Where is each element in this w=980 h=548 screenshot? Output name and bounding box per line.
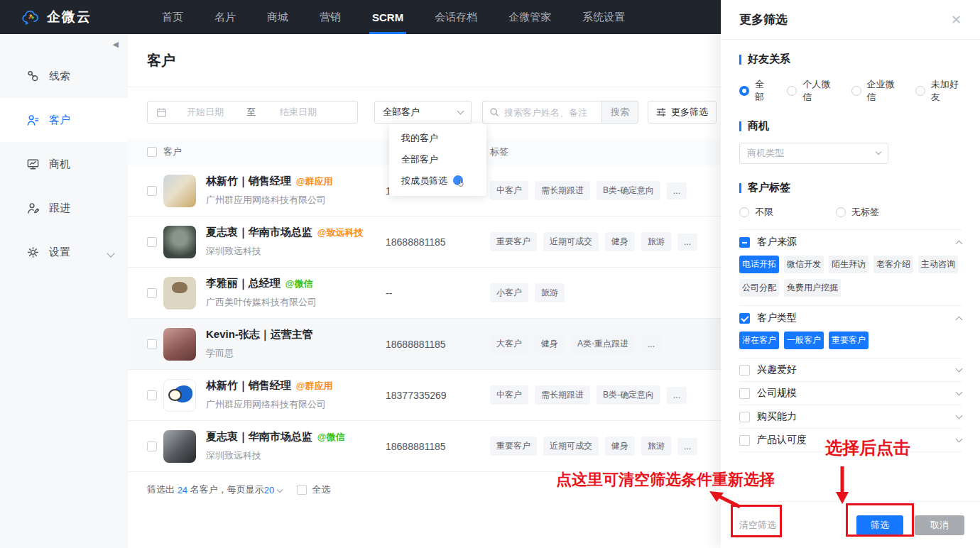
nav-item-chat-archive[interactable]: 会话存档 — [435, 0, 477, 34]
chevron-down-icon[interactable] — [956, 388, 963, 395]
close-icon[interactable]: ✕ — [951, 13, 962, 26]
nav-item-marketing[interactable]: 营销 — [320, 0, 341, 34]
chip-phone-prospecting[interactable]: 电话开拓 — [739, 256, 779, 273]
radio-option-unlimited[interactable]: 不限 — [739, 206, 773, 219]
checkbox-icon[interactable] — [739, 365, 750, 376]
mention-tag: @群应用 — [296, 380, 333, 393]
column-header-customer: 客户 — [157, 146, 386, 158]
customer-scope-select[interactable]: 全部客户 — [374, 101, 472, 124]
chevron-down-icon[interactable] — [956, 365, 963, 372]
search-input[interactable] — [504, 107, 595, 118]
nav-item-home[interactable]: 首页 — [162, 0, 183, 34]
scope-option-my-customers[interactable]: 我的客户 — [389, 128, 486, 149]
more-filters-button[interactable]: 更多筛选 — [648, 101, 717, 124]
filter-group-interests[interactable]: 兴趣爱好 — [739, 358, 962, 381]
customer-name[interactable]: 夏志衷｜华南市场总监 — [206, 226, 312, 239]
chip-important-customer[interactable]: 重要客户 — [829, 331, 869, 349]
nav-item-wecom-manager[interactable]: 企微管家 — [508, 0, 551, 34]
radio-option-no-tag[interactable]: 无标签 — [836, 206, 879, 219]
row-checkbox[interactable] — [147, 442, 157, 451]
chevron-down-icon[interactable] — [956, 435, 963, 442]
chevron-up-icon[interactable] — [956, 240, 963, 247]
filter-group-customer-type[interactable]: 客户类型 — [739, 306, 962, 330]
customer-name[interactable]: 林新竹｜销售经理 — [206, 379, 291, 393]
chip-wechat-dev[interactable]: 微信开发 — [784, 256, 824, 273]
checkbox-icon[interactable] — [739, 435, 750, 446]
customer-tag-overflow[interactable]: ... — [641, 336, 661, 353]
radio-option-work-wechat[interactable]: 企业微信 — [851, 78, 898, 104]
sidebar: ◀ 线索 客户 商机 — [0, 34, 128, 548]
chip-general-customer[interactable]: 一般客户 — [784, 331, 824, 349]
search-button[interactable]: 搜索 — [601, 101, 638, 124]
customer-phone: 18688881185 — [386, 339, 446, 350]
more-filters-drawer: 更多筛选 ✕ 好友关系 全部 个人微信 企业微信 未加好友 商机 商机类型 客户… — [721, 0, 980, 548]
sidebar-item-followups[interactable]: 跟进 — [0, 186, 128, 230]
row-checkbox[interactable] — [147, 237, 157, 247]
customer-company: 深圳致远科技 — [206, 245, 363, 258]
checkbox-checked-icon[interactable] — [739, 313, 750, 324]
chip-free-user-mining[interactable]: 免费用户挖掘 — [784, 279, 841, 297]
checkbox-icon[interactable] — [739, 388, 750, 399]
app-name: 企微云 — [47, 8, 92, 26]
chip-company-assigned[interactable]: 公司分配 — [739, 279, 779, 297]
customer-tag-options: 不限 无标签 — [739, 206, 962, 219]
mention-tag: @群应用 — [296, 175, 333, 188]
sidebar-collapse-icon[interactable]: ◀ — [113, 40, 119, 49]
customer-phone: -- — [386, 287, 392, 299]
table-footer: 筛选出 24 名客户，每页显示 20 全选 — [147, 483, 330, 496]
customer-name[interactable]: 夏志衷｜华南市场总监 — [206, 430, 312, 444]
customer-name[interactable]: Kevin-张志｜运营主管 — [206, 328, 313, 341]
chevron-down-icon — [108, 246, 114, 258]
chip-inbound-inquiry[interactable]: 主动咨询 — [918, 256, 958, 273]
radio-label: 个人微信 — [802, 78, 833, 104]
row-checkbox[interactable] — [147, 339, 157, 349]
nav-item-scrm[interactable]: SCRM — [372, 0, 403, 34]
scope-option-label: 按成员筛选 — [401, 175, 447, 187]
radio-option-personal-wechat[interactable]: 个人微信 — [787, 78, 833, 104]
sidebar-item-leads[interactable]: 线索 — [0, 54, 128, 98]
annotation-arrow-to-apply — [834, 466, 850, 505]
customer-tag-overflow[interactable]: ... — [677, 234, 697, 251]
customer-tag-overflow[interactable]: ... — [667, 387, 687, 404]
cancel-button[interactable]: 取消 — [915, 515, 964, 535]
select-all-header-checkbox[interactable] — [147, 147, 157, 157]
chip-cold-visit[interactable]: 陌生拜访 — [829, 256, 869, 273]
chevron-down-icon[interactable] — [277, 487, 283, 493]
customer-name[interactable]: 李雅丽｜总经理 — [206, 277, 281, 290]
sidebar-item-customers[interactable]: 客户 — [0, 98, 128, 142]
sidebar-item-settings[interactable]: 设置 — [0, 230, 128, 274]
nav-item-cards[interactable]: 名片 — [214, 0, 236, 34]
checkbox-icon[interactable] — [739, 412, 750, 422]
radio-label: 全部 — [755, 78, 769, 104]
radio-option-all[interactable]: 全部 — [739, 78, 769, 104]
filter-group-customer-source[interactable]: 客户来源 — [739, 230, 962, 254]
date-range-picker[interactable]: 开始日期 至 结束日期 — [147, 101, 358, 124]
row-checkbox[interactable] — [147, 390, 157, 400]
radio-option-not-friend[interactable]: 未加好友 — [915, 78, 962, 104]
sidebar-item-opportunities[interactable]: 商机 — [0, 142, 128, 186]
row-checkbox[interactable] — [147, 186, 157, 196]
scope-option-all-customers[interactable]: 全部客户 — [389, 149, 486, 170]
checkbox-indeterminate-icon[interactable] — [739, 237, 750, 248]
select-all-checkbox[interactable] — [297, 485, 307, 495]
scope-option-filter-by-member[interactable]: 按成员筛选 — [389, 170, 486, 192]
chip-potential-customer[interactable]: 潜在客户 — [739, 331, 779, 349]
drawer-title: 更多筛选 — [739, 11, 788, 28]
chip-referral[interactable]: 老客介绍 — [873, 256, 913, 273]
customer-name[interactable]: 林新竹｜销售经理 — [206, 175, 291, 188]
opportunity-type-select[interactable]: 商机类型 — [739, 143, 888, 164]
chevron-up-icon[interactable] — [956, 316, 963, 323]
customer-tag-overflow[interactable]: ... — [667, 182, 687, 199]
customer-tag: 近期可成交 — [543, 437, 599, 456]
filter-group-buying-power[interactable]: 购买能力 — [739, 405, 962, 428]
chevron-down-icon[interactable] — [956, 412, 963, 419]
nav-item-system-settings[interactable]: 系统设置 — [582, 0, 625, 34]
search-group: 搜索 — [482, 101, 638, 124]
scope-select-value: 全部客户 — [383, 106, 420, 119]
nav-item-mall[interactable]: 商城 — [267, 0, 288, 34]
customer-tag-overflow[interactable]: ... — [677, 438, 697, 455]
sidebar-item-label: 跟进 — [49, 202, 70, 215]
filter-group-company-size[interactable]: 公司规模 — [739, 382, 962, 405]
page-size-value[interactable]: 20 — [264, 485, 274, 495]
row-checkbox[interactable] — [147, 288, 157, 298]
